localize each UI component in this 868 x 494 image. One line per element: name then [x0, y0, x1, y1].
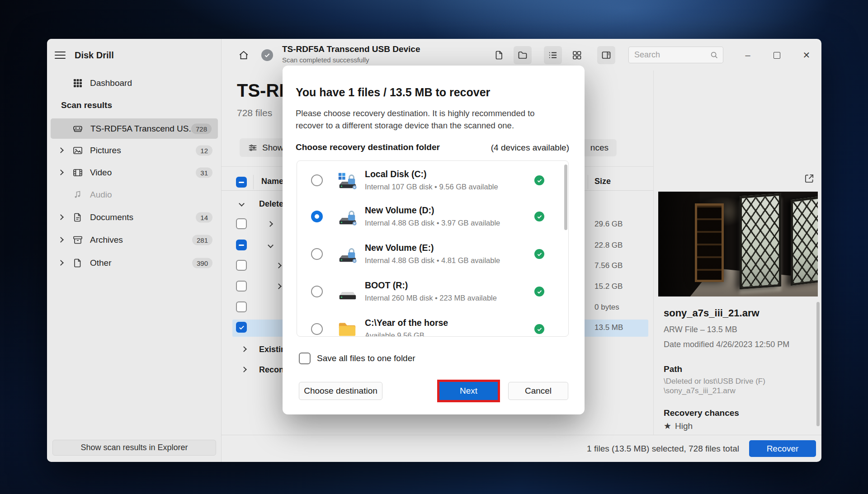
home-button[interactable] — [235, 46, 253, 64]
count-badge: 390 — [192, 258, 212, 268]
sidebar-item-other[interactable]: Other 390 — [47, 254, 222, 272]
chevron-right-icon[interactable] — [276, 263, 282, 268]
chevron-right-icon[interactable] — [58, 169, 64, 175]
available-check-icon — [534, 249, 544, 259]
destination-name: New Volume (D:) — [365, 205, 434, 216]
panel-scrollbar[interactable] — [816, 302, 820, 426]
preview-image[interactable] — [658, 192, 818, 296]
chevron-down-icon[interactable] — [239, 201, 245, 207]
chevron-right-icon[interactable] — [241, 346, 247, 352]
sidebar-item-audio[interactable]: Audio — [47, 186, 222, 204]
search-box — [628, 47, 723, 63]
device-label: TS-RDF5A Transcend US... — [90, 124, 196, 134]
bottom-bar: 1 files (13.5 MB) selected, 728 files to… — [222, 435, 821, 462]
destination-local-disk-c[interactable]: Local Disk (C:) Internal 107 GB disk • 9… — [297, 165, 568, 196]
chevron-right-icon[interactable] — [267, 221, 273, 227]
radio-unselected[interactable] — [311, 286, 323, 297]
recover-button[interactable]: Recover — [749, 440, 816, 457]
group-label: Existin — [259, 345, 286, 354]
destination-new-volume-e[interactable]: New Volume (E:) Internal 4.88 GB disk • … — [297, 238, 568, 270]
sidebar-item-video[interactable]: Video 31 — [47, 164, 222, 182]
sidebar-item-device-selected[interactable]: TS-RDF5A Transcend US... 728 — [51, 118, 218, 139]
name-column-header[interactable]: Name — [261, 177, 283, 186]
filter-sliders-icon — [248, 143, 258, 153]
folder-icon — [337, 320, 358, 337]
radio-unselected[interactable] — [311, 174, 323, 186]
open-external-button[interactable] — [803, 170, 820, 187]
file-icon — [494, 50, 505, 61]
row-checkbox-indeterminate[interactable] — [236, 240, 247, 250]
chevron-right-icon[interactable] — [241, 367, 247, 372]
folder-icon — [517, 50, 528, 61]
maximize-button[interactable] — [768, 46, 786, 64]
sidebar-item-label: Audio — [90, 190, 112, 200]
row-checkbox-empty[interactable] — [236, 218, 247, 229]
search-input[interactable] — [629, 47, 707, 63]
external-link-icon — [803, 173, 820, 184]
available-check-icon — [534, 212, 544, 221]
radio-selected[interactable] — [311, 211, 323, 222]
sidebar: Disk Drill Dashboard Scan results TS-RDF… — [47, 39, 222, 462]
chevron-right-icon[interactable] — [58, 147, 64, 153]
list-view-button[interactable] — [544, 46, 562, 64]
available-check-icon — [534, 175, 544, 185]
minimize-button[interactable]: – — [739, 46, 757, 64]
chevron-right-icon[interactable] — [58, 260, 64, 266]
list-scrollbar[interactable] — [564, 165, 567, 230]
sidebar-item-dashboard[interactable]: Dashboard — [47, 73, 222, 93]
sidebar-item-documents[interactable]: Documents 14 — [47, 208, 222, 226]
hamburger-menu-icon[interactable] — [53, 49, 71, 61]
sidebar-item-label: Video — [90, 168, 112, 178]
preview-filename: sony_a7s_iii_21.arw — [664, 307, 760, 319]
chevron-right-icon[interactable] — [58, 237, 64, 243]
selection-summary: 1 files (13.5 MB) selected, 728 files to… — [587, 435, 739, 462]
destination-new-volume-d[interactable]: New Volume (D:) Internal 4.88 GB disk • … — [297, 201, 568, 232]
files-count: 728 files — [237, 108, 272, 118]
destination-list: Local Disk (C:) Internal 107 GB disk • 9… — [297, 160, 569, 337]
grid-view-button[interactable] — [568, 46, 586, 64]
cancel-button[interactable]: Cancel — [508, 382, 568, 400]
chevron-right-icon[interactable] — [58, 214, 64, 220]
size-cell: 13.5 MB — [594, 323, 623, 332]
toggle-preview-panel-button[interactable] — [597, 46, 615, 64]
count-badge: 12 — [196, 146, 212, 156]
size-cell: 22.8 GB — [594, 241, 623, 250]
destination-details: Internal 107 GB disk • 9.56 GB available — [365, 183, 498, 191]
radio-unselected[interactable] — [311, 248, 323, 260]
file-view-button[interactable] — [490, 46, 508, 64]
preview-date-modified: Date modified 4/26/2023 12:50 PM — [664, 340, 789, 349]
destination-folder-year-of-the-horse[interactable]: C:\Year of the horse Available 9.56 GB — [297, 313, 568, 337]
sidebar-item-pictures[interactable]: Pictures 12 — [47, 141, 222, 160]
row-checkbox-empty[interactable] — [236, 301, 247, 312]
home-icon — [238, 49, 250, 61]
row-checkbox-empty[interactable] — [236, 281, 247, 292]
checkbox-unchecked[interactable] — [299, 353, 311, 364]
save-all-files-checkbox-row[interactable]: Save all files to one folder — [299, 352, 415, 365]
audio-note-icon — [72, 189, 83, 200]
select-all-checkbox-indeterminate[interactable] — [236, 177, 247, 188]
destination-name: New Volume (E:) — [365, 243, 434, 253]
column-separator — [588, 175, 588, 189]
panel-right-icon — [601, 50, 612, 61]
close-button[interactable]: ✕ — [797, 46, 816, 64]
sidebar-item-label: Dashboard — [90, 78, 132, 88]
folder-view-button[interactable] — [514, 46, 532, 64]
choose-destination-button[interactable]: Choose destination — [299, 382, 382, 400]
sidebar-item-archives[interactable]: Archives 281 — [47, 231, 222, 249]
radio-unselected[interactable] — [311, 323, 323, 335]
row-checkbox-empty[interactable] — [236, 260, 247, 271]
sidebar-header: Disk Drill — [47, 39, 222, 71]
chevron-right-icon[interactable] — [276, 283, 282, 289]
grid-icon — [571, 50, 582, 61]
star-icon: ★ — [664, 421, 671, 431]
pictures-icon — [72, 145, 83, 156]
row-checkbox-checked[interactable] — [236, 322, 247, 333]
destination-boot-r[interactable]: BOOT (R:) Internal 260 MB disk • 223 MB … — [297, 276, 568, 307]
search-icon — [709, 50, 719, 60]
show-scan-results-in-explorer-button[interactable]: Show scan results in Explorer — [52, 440, 216, 456]
chevron-down-icon[interactable] — [268, 242, 274, 248]
destination-section-label: Choose recovery destination folder — [296, 142, 440, 152]
next-button[interactable]: Next — [439, 382, 498, 400]
destination-details: Available 9.56 GB — [365, 331, 425, 337]
size-column-header[interactable]: Size — [594, 177, 611, 186]
